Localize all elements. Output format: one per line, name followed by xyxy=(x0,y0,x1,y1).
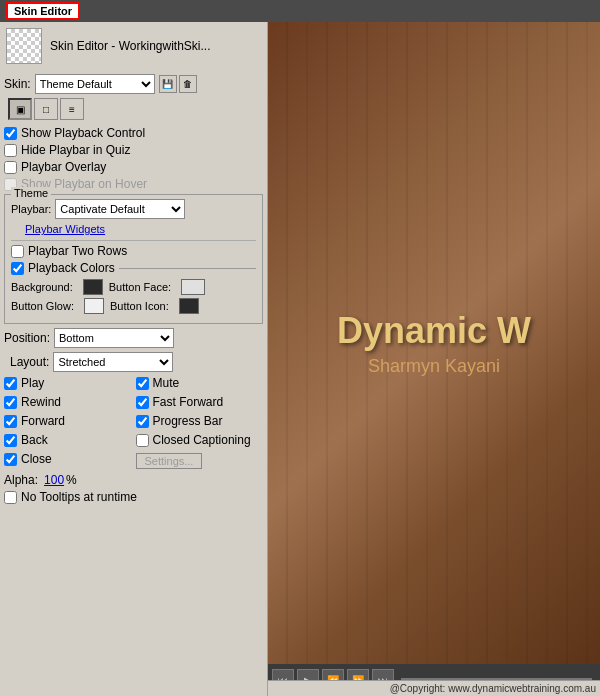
playbar-two-rows-label: Playbar Two Rows xyxy=(28,244,127,258)
position-label: Position: xyxy=(4,331,50,345)
header-row: Skin Editor - WorkingwithSki... xyxy=(4,26,263,66)
background-label: Background: xyxy=(11,281,73,293)
skin-select[interactable]: Theme Default xyxy=(35,74,155,94)
back-label: Back xyxy=(21,433,48,447)
button-icon-color-swatch[interactable] xyxy=(179,298,199,314)
alpha-value[interactable]: 100 xyxy=(44,473,64,487)
layout-select[interactable]: Stretched Fixed xyxy=(53,352,173,372)
close-label: Close xyxy=(21,452,52,466)
playbar-widgets-link[interactable]: Playbar Widgets xyxy=(25,223,105,235)
close-checkbox[interactable] xyxy=(4,453,17,466)
left-panel: Skin Editor - WorkingwithSki... Skin: Th… xyxy=(0,22,268,696)
forward-checkbox[interactable] xyxy=(4,415,17,428)
playbar-two-rows-row: Playbar Two Rows xyxy=(11,244,256,258)
no-tooltips-checkbox[interactable] xyxy=(4,491,17,504)
copyright-text: @Copyright: www.dynamicwebtraining.com.a… xyxy=(390,683,596,694)
fast-forward-row: Fast Forward xyxy=(136,395,264,409)
thumbnail xyxy=(6,28,42,64)
alpha-unit: % xyxy=(66,473,77,487)
progress-bar-checkbox[interactable] xyxy=(136,415,149,428)
playback-colors-checkbox[interactable] xyxy=(11,262,24,275)
mute-checkbox[interactable] xyxy=(136,377,149,390)
position-select[interactable]: Bottom Top xyxy=(54,328,174,348)
playbar-select[interactable]: Captivate Default xyxy=(55,199,185,219)
show-playback-control-row: Show Playback Control xyxy=(4,126,263,140)
title-bar: Skin Editor xyxy=(0,0,600,22)
button-face-label: Button Face: xyxy=(109,281,171,293)
preview-subtitle: Sharmyn Kayani xyxy=(368,356,500,377)
header-title: Skin Editor - WorkingwithSki... xyxy=(50,39,211,53)
playbar-widgets-row: Playbar Widgets xyxy=(17,222,256,236)
button-glow-label: Button Glow: xyxy=(11,300,74,312)
right-panel: Dynamic W Sharmyn Kayani ⏮ ▶ ⏪ ⏩ ⏭ @Copy… xyxy=(268,22,600,696)
fast-forward-label: Fast Forward xyxy=(153,395,224,409)
progress-bar-label: Progress Bar xyxy=(153,414,223,428)
button-glow-color-row: Button Glow: Button Icon: xyxy=(11,298,256,314)
back-row: Back xyxy=(4,433,132,447)
button-glow-color-swatch[interactable] xyxy=(84,298,104,314)
alpha-label: Alpha: xyxy=(4,473,38,487)
preview-content: Dynamic W Sharmyn Kayani xyxy=(268,22,600,664)
playback-colors-label: Playback Colors xyxy=(28,261,115,275)
background-color-row: Background: Button Face: xyxy=(11,279,256,295)
hide-playbar-quiz-checkbox[interactable] xyxy=(4,144,17,157)
background-color-swatch[interactable] xyxy=(83,279,103,295)
playbar-label: Playbar: xyxy=(11,203,51,215)
controls-grid: Play Mute Rewind Fast Forward Forward Pr… xyxy=(4,376,263,469)
settings-cell: Settings... xyxy=(136,452,264,469)
preview-title: Dynamic W xyxy=(337,309,531,352)
play-row: Play xyxy=(4,376,132,390)
layout-icon-3[interactable]: ≡ xyxy=(60,98,84,120)
progress-bar-row: Progress Bar xyxy=(136,414,264,428)
mute-label: Mute xyxy=(153,376,180,390)
closed-captioning-checkbox[interactable] xyxy=(136,434,149,447)
skin-label: Skin: xyxy=(4,77,31,91)
rewind-checkbox[interactable] xyxy=(4,396,17,409)
show-playback-control-label: Show Playback Control xyxy=(21,126,145,140)
no-tooltips-row: No Tooltips at runtime xyxy=(4,490,263,504)
back-checkbox[interactable] xyxy=(4,434,17,447)
main-container: Skin Editor - WorkingwithSki... Skin: Th… xyxy=(0,22,600,696)
play-checkbox[interactable] xyxy=(4,377,17,390)
position-row: Position: Bottom Top xyxy=(4,328,263,348)
fast-forward-checkbox[interactable] xyxy=(136,396,149,409)
icon-toolbar: ▣ □ ≡ xyxy=(8,98,263,120)
layout-row: Layout: Stretched Fixed xyxy=(10,352,263,372)
layout-icon-2[interactable]: □ xyxy=(34,98,58,120)
hide-playbar-quiz-label: Hide Playbar in Quiz xyxy=(21,143,130,157)
show-playback-control-checkbox[interactable] xyxy=(4,127,17,140)
closed-captioning-row: Closed Captioning xyxy=(136,433,264,447)
playback-colors-row: Playback Colors xyxy=(11,261,256,275)
rewind-row: Rewind xyxy=(4,395,132,409)
status-bar: @Copyright: www.dynamicwebtraining.com.a… xyxy=(268,680,600,696)
no-tooltips-label: No Tooltips at runtime xyxy=(21,490,137,504)
layout-label: Layout: xyxy=(10,355,49,369)
rewind-label: Rewind xyxy=(21,395,61,409)
hide-playbar-quiz-row: Hide Playbar in Quiz xyxy=(4,143,263,157)
playbar-overlay-label: Playbar Overlay xyxy=(21,160,106,174)
playbar-two-rows-checkbox[interactable] xyxy=(11,245,24,258)
forward-label: Forward xyxy=(21,414,65,428)
skin-row: Skin: Theme Default 💾 🗑 xyxy=(4,74,263,94)
playbar-overlay-checkbox[interactable] xyxy=(4,161,17,174)
playbar-overlay-row: Playbar Overlay xyxy=(4,160,263,174)
playbar-row: Playbar: Captivate Default xyxy=(11,199,256,219)
theme-group-label: Theme xyxy=(11,187,51,199)
closed-captioning-label: Closed Captioning xyxy=(153,433,251,447)
layout-icon-1[interactable]: ▣ xyxy=(8,98,32,120)
delete-skin-icon[interactable]: 🗑 xyxy=(179,75,197,93)
forward-row: Forward xyxy=(4,414,132,428)
title-bar-label: Skin Editor xyxy=(6,2,80,20)
save-skin-icon[interactable]: 💾 xyxy=(159,75,177,93)
close-row: Close xyxy=(4,452,132,466)
button-face-color-swatch[interactable] xyxy=(181,279,205,295)
alpha-row: Alpha: 100 % xyxy=(4,473,263,487)
button-icon-label: Button Icon: xyxy=(110,300,169,312)
mute-row: Mute xyxy=(136,376,264,390)
theme-group: Theme Playbar: Captivate Default Playbar… xyxy=(4,194,263,324)
settings-button[interactable]: Settings... xyxy=(136,453,203,469)
play-label: Play xyxy=(21,376,44,390)
